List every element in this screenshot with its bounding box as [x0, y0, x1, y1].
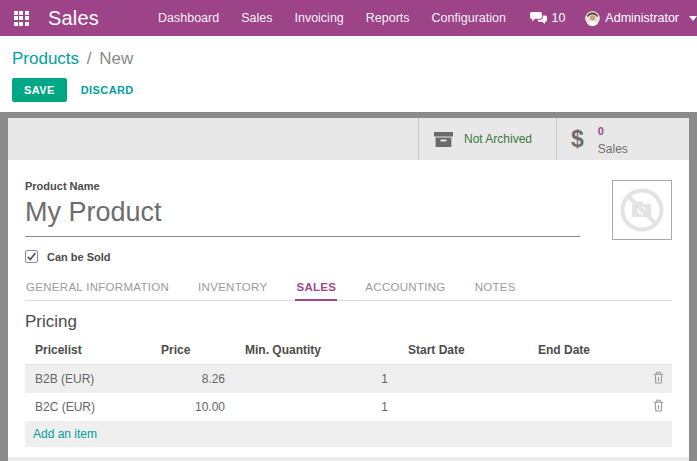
cell-min-quantity[interactable]: 1 — [235, 365, 398, 394]
user-avatar — [585, 11, 600, 26]
can-be-sold-checkbox[interactable] — [25, 250, 38, 263]
archive-box-icon — [433, 131, 454, 148]
user-menu-caret-icon — [689, 16, 697, 21]
col-end-date[interactable]: End Date — [528, 339, 643, 365]
pricing-row-b2c[interactable]: B2C (EUR) 10.00 1 — [25, 393, 672, 421]
col-delete — [643, 339, 672, 365]
sales-stat-value: 0 — [598, 125, 604, 137]
cell-start-date[interactable] — [398, 365, 528, 394]
col-start-date[interactable]: Start Date — [398, 339, 528, 365]
col-min-quantity[interactable]: Min. Quantity — [235, 339, 398, 365]
cell-end-date[interactable] — [528, 393, 643, 421]
trash-icon — [653, 371, 664, 384]
apps-menu-button[interactable] — [0, 0, 42, 36]
product-name-input[interactable] — [25, 194, 580, 237]
sales-stat-button[interactable]: $ 0 Sales — [556, 118, 689, 160]
trash-icon — [653, 399, 664, 412]
save-button[interactable]: SAVE — [12, 78, 67, 102]
user-menu-button[interactable]: Administrator — [585, 11, 697, 26]
cell-pricelist[interactable]: B2C (EUR) — [25, 393, 151, 421]
tab-accounting[interactable]: ACCOUNTING — [364, 277, 446, 301]
col-pricelist[interactable]: Pricelist — [25, 339, 151, 365]
notebook-tabs: GENERAL INFORMATION INVENTORY SALES ACCO… — [25, 277, 672, 301]
cell-price[interactable]: 8.26 — [151, 365, 235, 394]
pricing-table: Pricelist Price Min. Quantity Start Date… — [25, 339, 672, 447]
next-section-edge — [8, 457, 689, 461]
cell-pricelist[interactable]: B2B (EUR) — [25, 365, 151, 394]
tab-sales[interactable]: SALES — [295, 277, 337, 301]
pricing-row-b2b[interactable]: B2B (EUR) 8.26 1 — [25, 365, 672, 394]
pricing-table-header: Pricelist Price Min. Quantity Start Date… — [25, 339, 672, 365]
stat-button-strip: Not Archived $ 0 Sales — [8, 118, 689, 160]
delete-row-button[interactable] — [643, 393, 672, 421]
menu-dashboard[interactable]: Dashboard — [147, 0, 230, 36]
product-name-block: Product Name — [25, 180, 580, 237]
menu-invoicing[interactable]: Invoicing — [283, 0, 354, 36]
cell-start-date[interactable] — [398, 393, 528, 421]
breadcrumb-current: New — [99, 49, 133, 68]
archived-status-label: Not Archived — [464, 132, 532, 146]
delete-row-button[interactable] — [643, 365, 672, 394]
form-view-background: Not Archived $ 0 Sales Product Name — [0, 112, 697, 461]
breadcrumb: Products / New — [12, 49, 697, 69]
messages-count: 10 — [551, 11, 565, 25]
add-item-link[interactable]: Add an item — [25, 421, 672, 447]
breadcrumb-separator: / — [84, 49, 95, 68]
product-name-label: Product Name — [25, 180, 580, 192]
add-item-row[interactable]: Add an item — [25, 421, 672, 447]
apps-grid-icon — [14, 11, 29, 26]
title-row: Product Name — [25, 180, 672, 240]
main-menu: Dashboard Sales Invoicing Reports Config… — [147, 0, 517, 36]
top-navbar: Sales Dashboard Sales Invoicing Reports … — [0, 0, 697, 36]
menu-reports[interactable]: Reports — [355, 0, 421, 36]
product-image-placeholder[interactable] — [612, 180, 672, 240]
cell-end-date[interactable] — [528, 365, 643, 394]
menu-sales[interactable]: Sales — [230, 0, 283, 36]
can-be-sold-label: Can be Sold — [47, 251, 111, 263]
no-camera-icon — [613, 181, 671, 239]
pricing-section-title: Pricing — [25, 312, 672, 332]
col-price[interactable]: Price — [151, 339, 235, 365]
dollar-icon: $ — [571, 126, 584, 153]
chat-bubbles-icon — [530, 11, 547, 25]
product-form-sheet: Not Archived $ 0 Sales Product Name — [8, 118, 689, 461]
sales-stat-label: Sales — [598, 142, 628, 156]
breadcrumb-products-link[interactable]: Products — [12, 49, 79, 68]
cell-price[interactable]: 10.00 — [151, 393, 235, 421]
discard-button[interactable]: DISCARD — [69, 79, 146, 101]
messages-button[interactable]: 10 — [524, 11, 571, 25]
cell-min-quantity[interactable]: 1 — [235, 393, 398, 421]
user-name: Administrator — [605, 11, 679, 25]
menu-configuration[interactable]: Configuration — [421, 0, 517, 36]
archived-toggle-button[interactable]: Not Archived — [418, 118, 556, 160]
sales-stat-stack: 0 Sales — [598, 121, 628, 158]
form-action-buttons: SAVE DISCARD — [12, 78, 697, 102]
checkmark-icon — [26, 251, 37, 262]
navbar-right: 10 Administrator — [524, 11, 697, 26]
tab-general-information[interactable]: GENERAL INFORMATION — [25, 277, 170, 301]
app-title[interactable]: Sales — [48, 7, 99, 30]
tab-notes[interactable]: NOTES — [474, 277, 517, 301]
can-be-sold-field: Can be Sold — [25, 250, 672, 263]
control-panel: Products / New SAVE DISCARD — [0, 36, 697, 112]
tab-inventory[interactable]: INVENTORY — [197, 277, 268, 301]
sheet-body: Product Name — [8, 160, 689, 447]
